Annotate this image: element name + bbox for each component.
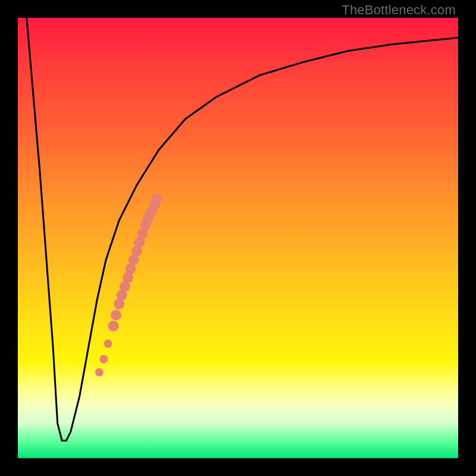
chart-stage: TheBottleneck.com xyxy=(0,0,476,476)
highlight-dot xyxy=(111,310,121,321)
highlight-dot xyxy=(104,340,112,348)
highlight-dot xyxy=(95,368,104,377)
highlight-dots xyxy=(18,18,458,458)
highlight-dot xyxy=(108,321,119,331)
highlight-dot xyxy=(99,355,108,364)
watermark-label: TheBottleneck.com xyxy=(342,2,456,18)
plot-area xyxy=(18,18,458,458)
highlight-dot xyxy=(152,193,162,203)
dots-group xyxy=(95,193,162,376)
